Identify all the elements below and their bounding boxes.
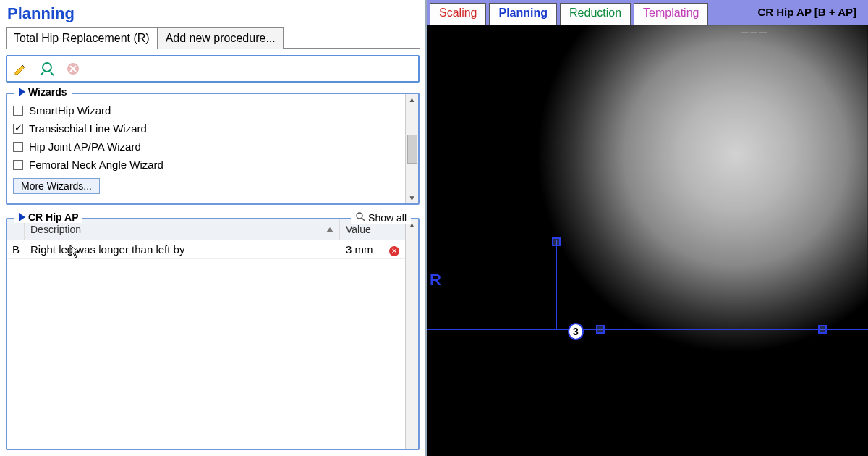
delete-icon[interactable] [65,61,81,77]
wizard-label: SmartHip Wizard [29,104,111,117]
measurements-heading-label: CR Hip AP [28,211,78,223]
svg-point-0 [43,63,51,72]
row-value: 3 mm [340,240,383,258]
calipers-icon[interactable] [39,61,55,77]
wizards-scrollbar[interactable]: ▲ ▼ [405,94,418,203]
panel-title: Planning [6,3,420,26]
image-panel: Scaling Planning Reduction Templating CR… [427,0,868,456]
scroll-up-icon[interactable]: ▲ [409,96,416,104]
scroll-down-icon[interactable]: ▼ [409,194,416,202]
svg-point-2 [357,213,362,219]
edit-icon[interactable] [13,61,29,77]
view-tabbar: Scaling Planning Reduction Templating CR… [427,0,868,25]
control-handle[interactable] [818,325,827,334]
xray-viewport[interactable]: — — — R 3 [427,25,868,456]
checkbox[interactable] [13,124,23,134]
planning-panel: Planning Total Hip Replacement (R) Add n… [0,0,427,456]
row-flag: B [7,240,25,258]
expand-icon [19,213,25,221]
image-label: CR Hip AP [B + AP] [757,0,868,25]
tab-planning[interactable]: Planning [489,3,557,25]
wizard-item[interactable]: SmartHip Wizard [13,101,399,119]
measurements-grid: Description Value B Right leg was longer… [7,219,405,449]
wizards-section: Wizards SmartHip Wizard Transischial Lin… [6,93,420,205]
checkbox[interactable] [13,142,23,152]
measurement-vertical-line[interactable] [556,240,557,330]
col-description-label: Description [30,224,81,235]
sort-asc-icon [326,227,333,232]
row-description: Right leg was longer than left by [25,240,340,258]
laterality-marker: R [430,271,441,290]
wizard-item[interactable]: Hip Joint AP/PA Wizard [13,138,399,156]
wizard-label: Transischial Line Wizard [29,122,147,135]
show-all-label: Show all [368,212,407,224]
wizard-item[interactable]: Transischial Line Wizard [13,119,399,138]
scrollbar-thumb[interactable] [407,135,417,164]
magnifier-icon [355,211,365,224]
add-procedure-tab[interactable]: Add new procedure... [158,27,284,49]
measurements-heading[interactable]: CR Hip AP [14,211,82,223]
wizard-label: Hip Joint AP/PA Wizard [29,140,141,153]
control-handle[interactable] [552,237,561,246]
table-row[interactable]: B Right leg was longer than left by 3 mm… [7,240,405,259]
control-handle[interactable] [596,325,605,334]
measurements-section: CR Hip AP Show all Description Val [6,218,420,450]
grid-scrollbar[interactable]: ▲ [405,219,418,449]
measurement-badge[interactable]: 3 [568,323,584,340]
expand-icon [19,88,25,96]
show-all-toggle[interactable]: Show all [351,211,411,224]
watermark-text: — — — [741,28,767,35]
planning-toolbar [6,55,420,83]
delete-row-icon[interactable]: ✕ [389,246,399,256]
procedure-tab-active[interactable]: Total Hip Replacement (R) [6,27,158,49]
more-wizards-button[interactable]: More Wizards... [13,178,100,194]
checkbox[interactable] [13,160,23,170]
procedure-tabs: Total Hip Replacement (R) Add new proced… [6,26,420,49]
tab-templating[interactable]: Templating [634,3,708,25]
wizard-item[interactable]: Femoral Neck Angle Wizard [13,156,399,174]
wizards-heading[interactable]: Wizards [14,86,72,98]
wizards-list: SmartHip Wizard Transischial Line Wizard… [7,94,405,203]
wizards-heading-label: Wizards [28,86,67,98]
transischial-line[interactable] [427,329,868,330]
tab-reduction[interactable]: Reduction [560,3,631,25]
checkbox[interactable] [13,106,23,116]
tab-scaling[interactable]: Scaling [430,3,486,25]
app-root: Planning Total Hip Replacement (R) Add n… [0,0,868,456]
xray-image [427,25,868,456]
wizard-label: Femoral Neck Angle Wizard [29,159,163,171]
